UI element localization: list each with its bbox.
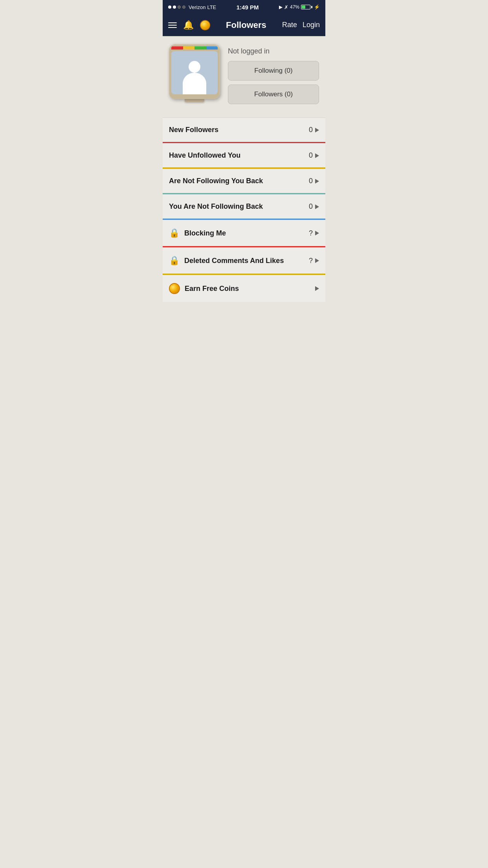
status-left: Verizon LTE xyxy=(168,4,216,10)
signal-dot-3 xyxy=(178,6,181,9)
blocking-me-lock-icon: 🔒 xyxy=(169,228,180,238)
nav-bar: 🔔 Followers Rate Login xyxy=(163,14,325,36)
nav-title: Followers xyxy=(210,20,282,30)
you-not-following-item[interactable]: You Are Not Following Back 0 xyxy=(163,194,325,219)
signal-dot-1 xyxy=(168,6,171,9)
location-icon: ▶ xyxy=(279,4,283,10)
profile-section: Not logged in Following (0) Followers (0… xyxy=(163,36,325,118)
status-bar: Verizon LTE 1:49 PM ▶ ✗ 47% ⚡ xyxy=(163,0,325,14)
you-not-following-left: You Are Not Following Back xyxy=(169,202,263,211)
blocking-me-label: Blocking Me xyxy=(184,229,226,237)
signal-dot-4 xyxy=(182,6,185,9)
deleted-comments-count: ? xyxy=(309,257,313,265)
blocking-me-chevron xyxy=(315,231,319,235)
blocking-me-left: 🔒 Blocking Me xyxy=(169,228,226,238)
battery-indicator xyxy=(301,5,312,9)
avatar-image xyxy=(171,51,218,94)
deleted-comments-right: ? xyxy=(309,257,319,265)
menu-button[interactable] xyxy=(168,22,177,28)
unfollowed-left: Have Unfollowed You xyxy=(169,151,240,160)
blocking-me-count: ? xyxy=(309,229,313,237)
person-body xyxy=(183,73,206,94)
color-blue xyxy=(206,46,218,50)
status-time: 1:49 PM xyxy=(237,4,259,11)
charging-icon: ⚡ xyxy=(314,4,320,10)
deleted-comments-item[interactable]: 🔒 Deleted Comments And Likes ? xyxy=(163,247,325,274)
coins-icon[interactable] xyxy=(200,20,210,30)
not-following-back-right: 0 xyxy=(309,177,319,185)
following-button[interactable]: Following (0) xyxy=(228,61,319,81)
new-followers-chevron xyxy=(315,128,319,132)
login-button[interactable]: Login xyxy=(303,21,320,29)
avatar-border xyxy=(169,44,220,99)
profile-info: Not logged in Following (0) Followers (0… xyxy=(228,44,319,108)
not-following-back-label: Are Not Following You Back xyxy=(169,177,263,185)
avatar-frame xyxy=(169,44,220,101)
new-followers-right: 0 xyxy=(309,126,319,134)
avatar-color-bar xyxy=(171,46,218,50)
login-status: Not logged in xyxy=(228,47,319,55)
person-silhouette xyxy=(181,57,208,94)
unfollowed-chevron xyxy=(315,153,319,158)
nav-left-controls: 🔔 xyxy=(168,20,210,30)
color-yellow xyxy=(183,46,195,50)
not-following-back-count: 0 xyxy=(309,177,313,185)
unfollowed-right: 0 xyxy=(309,151,319,160)
person-head xyxy=(189,61,200,73)
notifications-icon[interactable]: 🔔 xyxy=(183,20,194,30)
you-not-following-chevron xyxy=(315,204,319,209)
rate-button[interactable]: Rate xyxy=(282,21,297,29)
earn-coins-right xyxy=(315,286,319,291)
new-followers-label: New Followers xyxy=(169,126,218,134)
avatar-stand xyxy=(185,99,204,102)
color-green xyxy=(194,46,206,50)
earn-coins-left: Earn Free Coins xyxy=(169,283,239,294)
color-red xyxy=(171,46,183,50)
not-following-back-chevron xyxy=(315,179,319,184)
earn-coins-chevron xyxy=(315,286,319,291)
menu-section: New Followers 0 Have Unfollowed You 0 Ar… xyxy=(163,118,325,302)
earn-coins-item[interactable]: Earn Free Coins xyxy=(163,275,325,302)
carrier-label: Verizon xyxy=(189,4,205,10)
network-type-label: LTE xyxy=(207,4,216,10)
not-following-back-item[interactable]: Are Not Following You Back 0 xyxy=(163,169,325,193)
deleted-comments-lock-icon: 🔒 xyxy=(169,256,180,266)
unfollowed-label: Have Unfollowed You xyxy=(169,151,240,160)
blocking-me-item[interactable]: 🔒 Blocking Me ? xyxy=(163,220,325,246)
status-right: ▶ ✗ 47% ⚡ xyxy=(279,4,320,10)
you-not-following-count: 0 xyxy=(309,202,313,211)
blocking-me-right: ? xyxy=(309,229,319,237)
unfollowed-item[interactable]: Have Unfollowed You 0 xyxy=(163,143,325,167)
new-followers-item[interactable]: New Followers 0 xyxy=(163,118,325,142)
not-following-back-left: Are Not Following You Back xyxy=(169,177,263,185)
earn-coins-icon xyxy=(169,283,180,294)
battery-percent: 47% xyxy=(290,4,299,10)
bluetooth-icon: ✗ xyxy=(284,4,288,10)
deleted-comments-chevron xyxy=(315,258,319,263)
followers-button[interactable]: Followers (0) xyxy=(228,85,319,104)
you-not-following-label: You Are Not Following Back xyxy=(169,202,263,211)
nav-right-controls: Rate Login xyxy=(282,21,320,29)
signal-dot-2 xyxy=(173,6,176,9)
you-not-following-right: 0 xyxy=(309,202,319,211)
new-followers-count: 0 xyxy=(309,126,313,134)
deleted-comments-left: 🔒 Deleted Comments And Likes xyxy=(169,256,284,266)
earn-coins-label: Earn Free Coins xyxy=(185,285,239,293)
deleted-comments-label: Deleted Comments And Likes xyxy=(184,257,284,265)
new-followers-left: New Followers xyxy=(169,126,218,134)
unfollowed-count: 0 xyxy=(309,151,313,160)
